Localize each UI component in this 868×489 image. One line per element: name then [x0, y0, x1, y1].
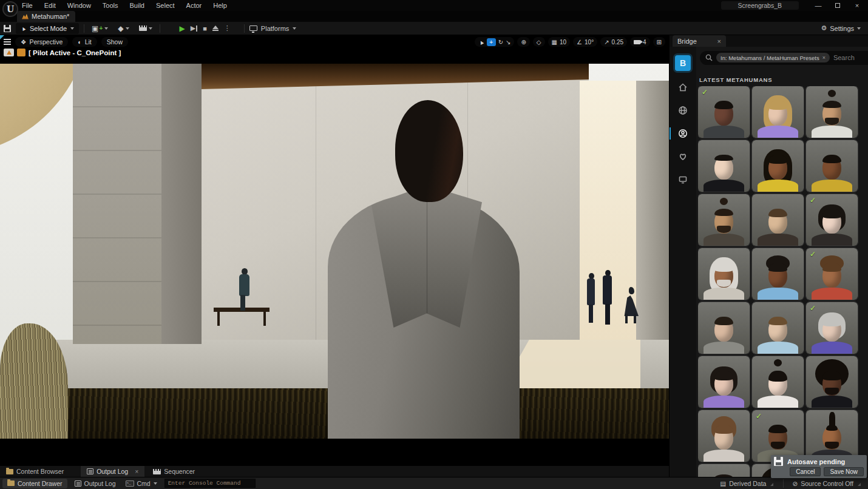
metahuman-tile[interactable] [806, 86, 858, 138]
remove-filter-icon[interactable]: × [822, 55, 826, 61]
level-viewport[interactable]: ❖Perspective ◐Lit Show ▲ + ↻ ↘ ⊕ ◇ ▦10 ∠… [0, 35, 669, 466]
quad-view-icon[interactable]: ⊞ [657, 39, 662, 46]
pilot-actor-button[interactable] [4, 49, 14, 56]
platforms-dropdown[interactable]: Platforms [249, 25, 296, 32]
close-icon[interactable]: × [717, 38, 721, 45]
select-tool-icon[interactable]: ▲ [477, 38, 486, 46]
more-options-icon[interactable]: ⋮ [224, 24, 231, 32]
menu-file[interactable]: File [22, 2, 33, 9]
metahuman-tile[interactable] [752, 194, 804, 246]
perspective-dropdown[interactable]: ❖Perspective [15, 37, 68, 47]
scale-tool-icon[interactable]: ↘ [506, 39, 510, 46]
console-command-input[interactable] [164, 479, 256, 488]
cmd-dropdown[interactable]: >_ Cmd [123, 480, 160, 487]
save-icon[interactable] [4, 25, 11, 32]
derived-data-button[interactable]: ▤ Derived Data [717, 480, 777, 487]
cinematics-button[interactable] [137, 25, 155, 31]
metahuman-tile[interactable] [698, 464, 750, 477]
favorites-heart-icon[interactable] [670, 150, 696, 163]
viewport-canvas[interactable] [0, 64, 669, 439]
metahuman-tile[interactable] [752, 248, 804, 300]
metahumans-icon[interactable] [670, 127, 696, 140]
metahuman-tile[interactable] [806, 410, 858, 462]
metahuman-tile[interactable]: ✓ [752, 410, 804, 462]
menu-build[interactable]: Build [130, 2, 144, 9]
tab-sequencer[interactable]: Sequencer [147, 466, 201, 477]
metahuman-tile[interactable] [698, 410, 750, 462]
metahuman-tile[interactable] [752, 302, 804, 354]
play-button[interactable]: ▶ [180, 24, 185, 33]
show-dropdown[interactable]: Show [101, 37, 128, 47]
cancel-button[interactable]: Cancel [790, 467, 821, 476]
menu-actor[interactable]: Actor [186, 2, 202, 9]
settings-dropdown[interactable]: ⚙ Settings [821, 24, 864, 32]
eject-button[interactable] [212, 25, 219, 31]
tab-bridge[interactable]: Bridge × [673, 35, 726, 47]
camera-speed-control[interactable]: 4 [630, 37, 650, 47]
close-button[interactable]: × [849, 1, 866, 10]
save-now-button[interactable]: Save Now [824, 467, 864, 476]
search-filter-chip[interactable]: In: Metahumans / MetaHuman Presets × [716, 53, 830, 62]
minimize-button[interactable]: — [810, 1, 827, 10]
select-mode-dropdown[interactable]: ▲ Select Mode [16, 23, 79, 34]
search-input[interactable] [833, 54, 865, 61]
metahuman-tile[interactable] [806, 356, 858, 408]
lit-dropdown[interactable]: ◐Lit [72, 37, 97, 47]
metahuman-tile[interactable] [752, 356, 804, 408]
viewport-options-icon[interactable] [4, 39, 11, 45]
metahuman-tile[interactable]: ✓ [806, 194, 858, 246]
scene-concrete-pillar [73, 64, 161, 344]
world-space-icon[interactable]: ⊕ [521, 39, 526, 46]
home-icon[interactable] [670, 81, 696, 94]
tab-output-log[interactable]: Output Log × [81, 466, 144, 477]
content-browser-label: Content Browser [16, 468, 64, 475]
metahuman-tile[interactable]: ✓ [806, 302, 858, 354]
search-bar[interactable]: In: Metahumans / MetaHuman Presets × × [700, 51, 868, 65]
menu-edit[interactable]: Edit [44, 2, 56, 9]
sphere-icon: ◐ [78, 38, 81, 46]
surface-snap-icon[interactable]: ◇ [537, 39, 541, 46]
metahuman-tile[interactable] [752, 86, 804, 138]
content-drawer-button[interactable]: Content Drawer [2, 479, 67, 488]
metahuman-tile[interactable] [698, 194, 750, 246]
move-tool-icon[interactable]: + [487, 38, 496, 46]
transform-tools: ▲ + ↻ ↘ [475, 37, 515, 47]
menu-window[interactable]: Window [67, 2, 91, 9]
metahuman-tile[interactable] [806, 140, 858, 192]
metahuman-tile[interactable] [752, 140, 804, 192]
maximize-button[interactable] [829, 1, 846, 10]
add-actor-button[interactable]: ▣+ [89, 24, 110, 33]
close-icon[interactable]: × [135, 468, 138, 475]
local-library-icon[interactable] [670, 173, 696, 186]
menu-help[interactable]: Help [213, 2, 227, 9]
blueprints-button[interactable]: ◆ [115, 24, 131, 33]
metahuman-tile[interactable] [698, 140, 750, 192]
rotation-snap-value[interactable]: 10° [585, 39, 594, 46]
grid-snap-toggle[interactable]: ▦10 [548, 37, 571, 47]
menu-tools[interactable]: Tools [103, 2, 118, 9]
camera-speed-value[interactable]: 4 [643, 39, 646, 46]
scale-snap-value[interactable]: 0.25 [612, 39, 623, 46]
metahuman-tile[interactable] [698, 302, 750, 354]
scale-snap-toggle[interactable]: ↗0.25 [600, 37, 627, 47]
output-log-button[interactable]: Output Log [72, 480, 118, 487]
tab-content-browser[interactable]: Content Browser [0, 466, 70, 477]
rotation-snap-toggle[interactable]: ∠10° [573, 37, 597, 47]
metahuman-tile[interactable]: ✓ [806, 248, 858, 300]
bridge-logo-icon[interactable]: B [675, 55, 691, 71]
menu-select[interactable]: Select [156, 2, 175, 9]
globe-icon[interactable] [670, 104, 696, 117]
grid-snap-value[interactable]: 10 [560, 39, 566, 46]
downloaded-check-icon: ✓ [810, 250, 816, 258]
exit-pilot-button[interactable] [17, 49, 25, 56]
platforms-label: Platforms [261, 25, 289, 32]
skip-button[interactable]: ▶ [191, 24, 197, 32]
source-control-button[interactable]: ⊘ Source Control Off [790, 480, 864, 487]
tab-metahuman[interactable]: Metahuman* [17, 11, 75, 22]
metahuman-tile[interactable]: ✓ [698, 86, 750, 138]
stop-button[interactable]: ■ [203, 25, 207, 32]
metahuman-tile[interactable] [698, 356, 750, 408]
unreal-logo-icon[interactable]: U [2, 1, 18, 17]
metahuman-tile[interactable] [698, 248, 750, 300]
rotate-tool-icon[interactable]: ↻ [498, 39, 503, 46]
